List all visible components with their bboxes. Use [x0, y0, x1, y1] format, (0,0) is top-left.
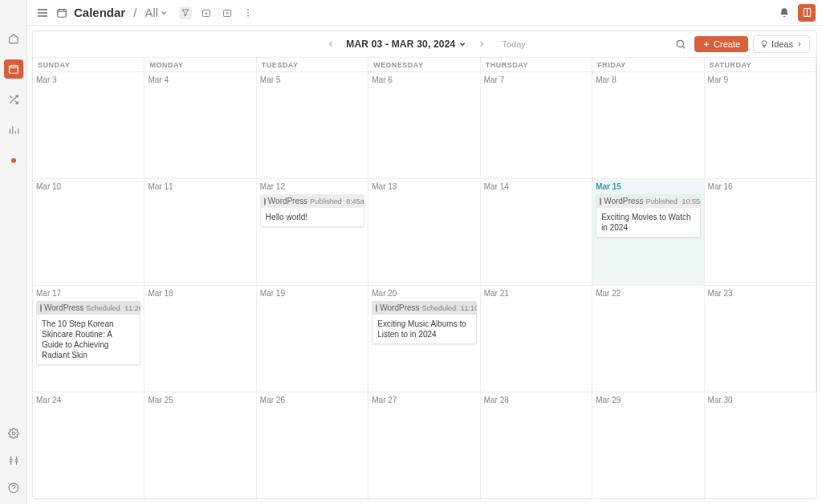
event-time: 10:55a	[680, 197, 701, 205]
event-source: WordPress	[268, 197, 307, 205]
calendar-cell[interactable]: Mar 19	[257, 285, 368, 392]
calendar-cell[interactable]: Mar 16	[705, 178, 816, 285]
svg-point-8	[247, 14, 249, 16]
calendar-cell[interactable]: Mar 17WordPressScheduled 11:26aThe 10 St…	[33, 285, 144, 392]
cell-date: Mar 10	[36, 182, 140, 191]
calendar-cell[interactable]: Mar 15WordPressPublished 10:55aExciting …	[592, 178, 704, 285]
calendar-cell[interactable]: Mar 9	[705, 71, 816, 178]
calendar-cell[interactable]: Mar 26	[257, 392, 368, 498]
export-icon[interactable]	[221, 6, 234, 19]
rail-help[interactable]	[4, 478, 23, 498]
breadcrumb-filter[interactable]: All	[144, 6, 168, 19]
event-card[interactable]: WordPressScheduled 11:26aThe 10 Step Kor…	[36, 301, 140, 365]
calendar-cell[interactable]: Mar 14	[481, 178, 592, 285]
cell-date: Mar 3	[36, 75, 140, 84]
notifications-icon[interactable]	[779, 7, 790, 18]
cell-date: Mar 28	[484, 396, 588, 404]
calendar-cell[interactable]: Mar 25	[144, 392, 256, 498]
calendar-cell[interactable]: Mar 8	[592, 71, 704, 178]
event-source: WordPress	[44, 303, 83, 312]
cell-date: Mar 26	[260, 396, 364, 404]
dayhead: WEDNESDAY	[368, 57, 480, 71]
cell-date: Mar 25	[148, 396, 252, 404]
calendar-cell[interactable]: Mar 5	[257, 71, 368, 178]
svg-rect-0	[9, 66, 18, 73]
event-card[interactable]: WordPressPublished 10:55aExciting Movies…	[596, 194, 700, 238]
more-icon[interactable]	[242, 6, 254, 19]
rail-settings[interactable]	[4, 424, 23, 443]
calendar-cell[interactable]: Mar 7	[481, 71, 592, 178]
date-range-label: MAR 03 - MAR 30, 2024	[346, 39, 455, 50]
event-card[interactable]: WordPressPublished 8:45aHello world!	[260, 194, 364, 227]
ideas-label: Ideas	[771, 39, 793, 49]
today-button[interactable]: Today	[502, 39, 525, 49]
calendar-cell[interactable]: Mar 23	[705, 285, 816, 392]
guide-button[interactable]	[798, 4, 816, 22]
calendar-cell[interactable]: Mar 21	[481, 285, 592, 392]
wordpress-icon	[264, 197, 266, 205]
calendar-cell[interactable]: Mar 13	[368, 178, 480, 285]
calendar-cell[interactable]: Mar 28	[481, 392, 592, 498]
rail-home[interactable]	[4, 29, 23, 48]
event-card-header: WordPressScheduled 11:10a	[372, 301, 476, 315]
cell-date: Mar 30	[708, 396, 813, 404]
cell-date: Mar 5	[260, 75, 364, 84]
calendar-cell[interactable]: Mar 10	[33, 178, 144, 285]
breadcrumb-sep: /	[133, 6, 136, 19]
calendar-cell[interactable]: Mar 24	[33, 392, 144, 498]
cell-date: Mar 14	[484, 182, 588, 191]
rail-calendar[interactable]	[4, 59, 23, 79]
cell-date: Mar 23	[708, 289, 812, 298]
calendar-cell[interactable]: Mar 3	[33, 71, 144, 178]
calendar-cell[interactable]: Mar 4	[144, 71, 256, 178]
cell-date: Mar 29	[596, 396, 700, 404]
import-icon[interactable]	[200, 6, 213, 19]
cell-date: Mar 18	[148, 289, 252, 298]
create-button[interactable]: Create	[694, 36, 748, 52]
cell-date: Mar 12	[260, 182, 364, 191]
calendar-grid: SUNDAYMONDAYTUESDAYWEDNESDAYTHURSDAYFRID…	[33, 57, 816, 498]
rail-integrations[interactable]	[4, 451, 23, 470]
dayhead: FRIDAY	[592, 57, 704, 71]
event-status: Published	[645, 197, 678, 205]
svg-point-1	[12, 432, 15, 435]
breadcrumb-title[interactable]: Calendar	[74, 6, 125, 19]
event-card[interactable]: WordPressScheduled 11:10aExciting Music …	[372, 301, 476, 344]
cell-date: Mar 15	[596, 182, 700, 191]
calendar-cell[interactable]: Mar 22	[592, 285, 704, 392]
bulb-icon	[760, 40, 768, 48]
calendar-cell[interactable]: Mar 30	[705, 392, 816, 498]
date-range[interactable]: MAR 03 - MAR 30, 2024	[346, 39, 466, 50]
dayhead: SUNDAY	[33, 57, 144, 71]
calendar-cell[interactable]: Mar 27	[368, 392, 480, 498]
rail-shuffle[interactable]	[4, 90, 23, 109]
plus-icon	[702, 40, 710, 48]
event-time: 8:45a	[344, 197, 364, 205]
event-title: Exciting Movies to Watch in 2024	[596, 208, 700, 238]
calendar-cell[interactable]: Mar 18	[144, 285, 256, 392]
search-button[interactable]	[672, 35, 690, 53]
prev-button[interactable]	[324, 37, 338, 51]
rail-dot[interactable]	[4, 151, 23, 170]
rail-analytics[interactable]	[4, 120, 23, 140]
menu-button[interactable]	[34, 4, 51, 22]
svg-point-9	[677, 40, 683, 47]
calendar-icon	[56, 7, 67, 18]
dayhead: THURSDAY	[481, 57, 592, 71]
cell-date: Mar 11	[148, 182, 252, 191]
ideas-button[interactable]: Ideas	[753, 35, 810, 53]
calendar-cell[interactable]: Mar 29	[592, 392, 704, 498]
calendar-cell[interactable]: Mar 12WordPressPublished 8:45aHello worl…	[257, 178, 368, 285]
calendar-cell[interactable]: Mar 6	[368, 71, 480, 178]
event-title: Exciting Music Albums to Listen to in 20…	[372, 315, 476, 344]
event-source: WordPress	[380, 303, 419, 312]
topbar: Calendar / All	[27, 0, 822, 26]
next-button[interactable]	[474, 37, 489, 51]
cell-date: Mar 21	[484, 289, 588, 298]
cell-date: Mar 7	[484, 75, 588, 84]
filter-icon[interactable]	[179, 6, 192, 19]
cell-date: Mar 6	[372, 75, 476, 84]
calendar-cell[interactable]: Mar 11	[144, 178, 256, 285]
cell-date: Mar 17	[36, 289, 140, 298]
calendar-cell[interactable]: Mar 20WordPressScheduled 11:10aExciting …	[368, 285, 480, 392]
